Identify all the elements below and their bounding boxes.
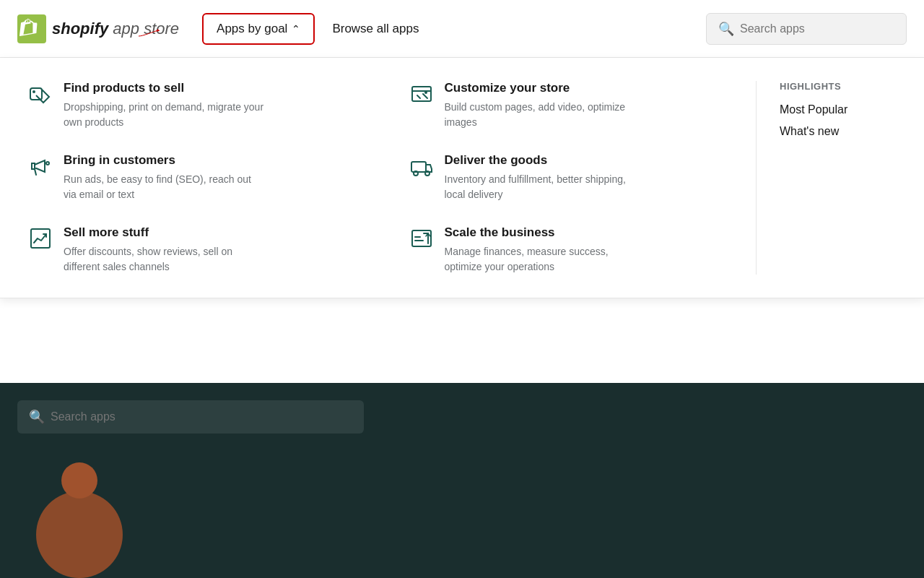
bottom-section: 🔍	[0, 383, 924, 578]
avatar-area	[29, 462, 130, 578]
goal-desc-sell-more: Offer discounts, show reviews, sell on d…	[64, 244, 266, 275]
goal-title-customize-store: Customize your store	[445, 81, 647, 95]
apps-by-goal-wrapper: Apps by goal ⌃	[202, 13, 332, 45]
red-arrow-icon	[137, 20, 160, 43]
apps-by-goal-label: Apps by goal	[217, 22, 287, 36]
chart-up-icon	[29, 227, 52, 253]
goal-desc-bring-customers: Run ads, be easy to find (SEO), reach ou…	[64, 172, 266, 202]
arrow-annotation	[137, 20, 160, 43]
svg-point-8	[414, 171, 418, 176]
goal-item-customize-store[interactable]: Customize your store Build custom pages,…	[410, 81, 733, 130]
bottom-search-input[interactable]	[51, 410, 352, 423]
megaphone-icon	[29, 155, 52, 181]
goal-title-deliver-goods: Deliver the goods	[445, 153, 647, 168]
svg-point-5	[424, 91, 427, 94]
goal-item-bring-customers[interactable]: Bring in customers Run ads, be easy to f…	[29, 153, 352, 202]
goal-item-find-products[interactable]: Find products to sell Dropshipping, prin…	[29, 81, 352, 130]
goal-content-sell-more: Sell more stuff Offer discounts, show re…	[64, 225, 266, 275]
svg-rect-2	[30, 88, 42, 100]
goal-item-sell-more[interactable]: Sell more stuff Offer discounts, show re…	[29, 225, 352, 275]
goal-content-deliver-goods: Deliver the goods Inventory and fulfillm…	[445, 153, 647, 202]
scale-icon	[410, 227, 433, 253]
avatar-body	[36, 491, 123, 578]
most-popular-link[interactable]: Most Popular	[780, 103, 895, 116]
goal-title-bring-customers: Bring in customers	[64, 153, 266, 168]
search-input[interactable]	[740, 22, 894, 35]
goal-desc-scale-business: Manage finances, measure success, optimi…	[445, 244, 647, 275]
goal-item-deliver-goods[interactable]: Deliver the goods Inventory and fulfillm…	[410, 153, 733, 202]
highlights-panel: HIGHLIGHTS Most Popular What's new	[780, 81, 895, 275]
goal-title-scale-business: Scale the business	[445, 225, 647, 240]
tag-icon	[29, 82, 52, 108]
store-icon	[410, 82, 433, 108]
search-area: 🔍	[706, 13, 907, 45]
goal-content-scale-business: Scale the business Manage finances, meas…	[445, 225, 647, 275]
goals-grid: Find products to sell Dropshipping, prin…	[29, 81, 733, 275]
svg-point-6	[46, 162, 49, 165]
search-icon: 🔍	[718, 21, 734, 37]
avatar-head	[61, 462, 97, 499]
bottom-search-box: 🔍	[17, 400, 364, 434]
browse-all-button[interactable]: Browse all apps	[332, 22, 419, 36]
goal-title-find-products: Find products to sell	[64, 81, 266, 95]
svg-point-3	[32, 90, 35, 93]
header: shopify app store Apps by goal ⌃ Browse …	[0, 0, 924, 58]
goal-content-find-products: Find products to sell Dropshipping, prin…	[64, 81, 266, 130]
svg-rect-10	[31, 229, 50, 248]
goal-title-sell-more: Sell more stuff	[64, 225, 266, 240]
goal-content-bring-customers: Bring in customers Run ads, be easy to f…	[64, 153, 266, 202]
vertical-divider	[756, 81, 757, 275]
svg-rect-7	[411, 162, 426, 172]
goal-content-customize-store: Customize your store Build custom pages,…	[445, 81, 647, 130]
delivery-icon	[410, 155, 433, 181]
svg-point-9	[425, 171, 430, 176]
highlights-title: HIGHLIGHTS	[780, 81, 895, 92]
dropdown-menu: Find products to sell Dropshipping, prin…	[0, 58, 924, 298]
whats-new-link[interactable]: What's new	[780, 125, 895, 138]
browse-all-label: Browse all apps	[332, 22, 419, 35]
svg-rect-4	[412, 87, 431, 101]
shopify-logo-icon	[17, 14, 46, 43]
goal-item-scale-business[interactable]: Scale the business Manage finances, meas…	[410, 225, 733, 275]
apps-by-goal-button[interactable]: Apps by goal ⌃	[202, 13, 315, 45]
goal-desc-find-products: Dropshipping, print on demand, migrate y…	[64, 100, 266, 130]
bottom-search-icon: 🔍	[29, 409, 45, 425]
goal-desc-customize-store: Build custom pages, add video, optimize …	[445, 100, 647, 130]
goal-desc-deliver-goods: Inventory and fulfillment, better shippi…	[445, 172, 647, 202]
chevron-up-icon: ⌃	[292, 23, 300, 35]
search-box: 🔍	[706, 13, 907, 45]
